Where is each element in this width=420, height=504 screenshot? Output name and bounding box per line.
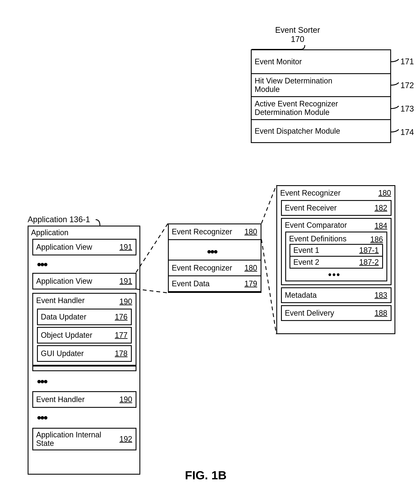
svg-line-0 (136, 223, 168, 272)
page: Event Sorter 170 Event Monitor Hit View … (0, 0, 420, 504)
svg-line-3 (262, 239, 276, 334)
svg-line-1 (136, 289, 168, 293)
connector-lines (0, 0, 420, 504)
svg-line-2 (262, 185, 276, 223)
